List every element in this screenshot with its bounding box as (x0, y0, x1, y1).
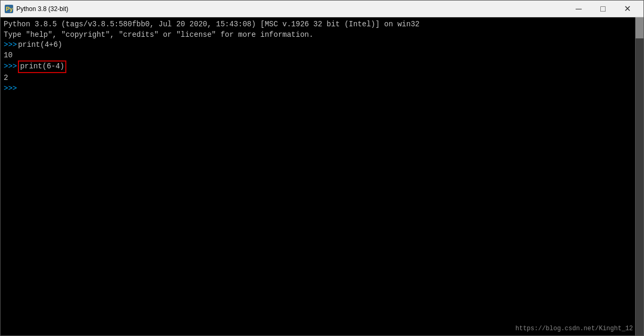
command-line-3: >>> (4, 84, 640, 94)
python-icon: Py (5, 5, 13, 13)
console-area[interactable]: Python 3.8.5 (tags/v3.8.5:580fbb0, Jul 2… (1, 17, 643, 335)
prompt-2: >>> (4, 62, 17, 72)
scrollbar[interactable] (635, 17, 643, 335)
watermark: https://blog.csdn.net/Kinght_12 (516, 325, 633, 332)
maximize-button[interactable]: □ (591, 1, 615, 17)
help-line: Type "help", "copyright", "credits" or "… (4, 30, 640, 40)
title-bar-left: Py Python 3.8 (32-bit) (5, 5, 68, 13)
prompt-3: >>> (4, 84, 17, 94)
cmd-text-2: print(6-4) (20, 62, 64, 70)
command-line-1: >>> print(4+6) (4, 40, 640, 50)
highlighted-command: print(6-4) (18, 60, 66, 73)
title-bar: Py Python 3.8 (32-bit) ─ □ ✕ (1, 1, 643, 17)
command-line-2: >>> print(6-4) (4, 60, 640, 73)
result-line-1: 10 (4, 50, 640, 61)
result-line-2: 2 (4, 73, 640, 84)
title-bar-buttons: ─ □ ✕ (567, 1, 639, 17)
version-line: Python 3.8.5 (tags/v3.8.5:580fbb0, Jul 2… (4, 19, 640, 30)
window-title: Python 3.8 (32-bit) (16, 5, 68, 13)
minimize-button[interactable]: ─ (567, 1, 591, 17)
svg-text:Py: Py (6, 6, 13, 12)
python-window: Py Python 3.8 (32-bit) ─ □ ✕ Python 3.8.… (0, 0, 644, 336)
scrollbar-thumb[interactable] (636, 17, 643, 38)
prompt-1: >>> (4, 40, 17, 50)
cmd-text-1: print(4+6) (18, 40, 62, 50)
close-button[interactable]: ✕ (615, 1, 639, 17)
